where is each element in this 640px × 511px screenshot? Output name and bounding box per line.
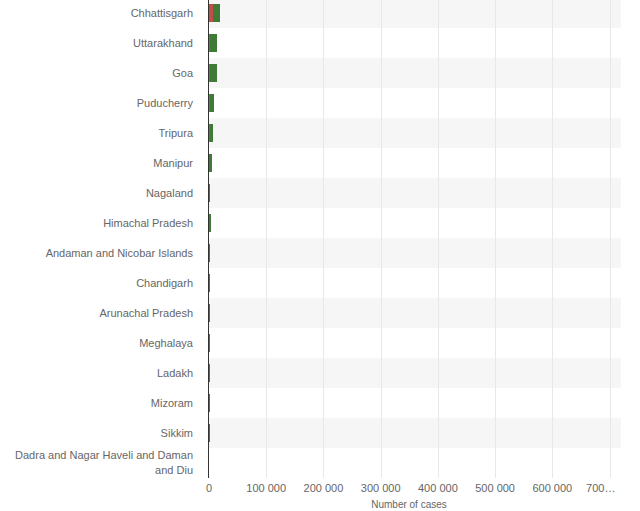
- row-band: [209, 238, 621, 268]
- bar-segment-green[interactable]: [210, 34, 217, 52]
- cases-by-state-bar-chart: ChhattisgarhUttarakhandGoaPuducherryTrip…: [0, 0, 640, 511]
- bar-segment-green[interactable]: [209, 214, 211, 232]
- stacked-bar: [209, 214, 211, 232]
- y-axis-line: [208, 0, 209, 478]
- category-label: Uttarakhand: [0, 28, 193, 58]
- gridline: [266, 0, 267, 478]
- stacked-bar: [209, 244, 210, 262]
- x-tick-label: 100 000: [246, 482, 286, 494]
- category-label: Arunachal Pradesh: [0, 298, 193, 328]
- stacked-bar: [209, 124, 213, 142]
- x-tick-label: 500 000: [475, 482, 515, 494]
- category-label: Dadra and Nagar Haveli and Daman and Diu: [0, 448, 193, 478]
- stacked-bar: [209, 34, 217, 52]
- bar-segment-green[interactable]: [210, 94, 214, 112]
- row-band: [209, 358, 621, 388]
- category-label: Nagaland: [0, 178, 193, 208]
- category-label: Meghalaya: [0, 328, 193, 358]
- row-band: [209, 88, 621, 118]
- row-band: [209, 388, 621, 418]
- x-axis-title: Number of cases: [209, 499, 609, 510]
- stacked-bar: [209, 184, 210, 202]
- y-axis-category-labels: ChhattisgarhUttarakhandGoaPuducherryTrip…: [0, 0, 201, 478]
- plot-area: [209, 0, 621, 478]
- x-tick-label: 400 000: [418, 482, 458, 494]
- row-band: [209, 28, 621, 58]
- row-band: [209, 118, 621, 148]
- category-label: Andaman and Nicobar Islands: [0, 238, 193, 268]
- stacked-bar: [209, 94, 214, 112]
- bar-segment-green[interactable]: [213, 4, 220, 22]
- category-label: Himachal Pradesh: [0, 208, 193, 238]
- stacked-bar: [209, 4, 220, 22]
- bar-segment-green[interactable]: [209, 154, 211, 172]
- row-band: [209, 328, 621, 358]
- gridline: [438, 0, 439, 478]
- bar-segment-green[interactable]: [209, 184, 210, 202]
- category-label: Chandigarh: [0, 268, 193, 298]
- gridline: [495, 0, 496, 478]
- category-label: Ladakh: [0, 358, 193, 388]
- category-label: Tripura: [0, 118, 193, 148]
- x-axis-tick-labels: 0100 000200 000300 000400 000500 000600 …: [0, 482, 640, 498]
- bar-segment-green[interactable]: [210, 124, 214, 142]
- stacked-bar: [209, 154, 212, 172]
- gridline: [552, 0, 553, 478]
- category-label: Manipur: [0, 148, 193, 178]
- row-band: [209, 208, 621, 238]
- bar-segment-green[interactable]: [210, 64, 217, 82]
- gridline: [323, 0, 324, 478]
- row-band: [209, 268, 621, 298]
- x-tick-label: 0: [206, 482, 212, 494]
- category-label: Chhattisgarh: [0, 0, 193, 28]
- gridline: [610, 0, 611, 478]
- row-band: [209, 418, 621, 448]
- x-tick-label: 200 000: [304, 482, 344, 494]
- category-label: Goa: [0, 58, 193, 88]
- category-label: Puducherry: [0, 88, 193, 118]
- category-label: Sikkim: [0, 418, 193, 448]
- x-tick-label: 700…: [586, 482, 615, 494]
- row-band: [209, 448, 621, 478]
- category-label: Mizoram: [0, 388, 193, 418]
- stacked-bar: [209, 64, 217, 82]
- gridline: [381, 0, 382, 478]
- row-band: [209, 178, 621, 208]
- row-band: [209, 298, 621, 328]
- x-tick-label: 600 000: [532, 482, 572, 494]
- row-band: [209, 148, 621, 178]
- row-band: [209, 0, 621, 28]
- row-band: [209, 58, 621, 88]
- x-tick-label: 300 000: [361, 482, 401, 494]
